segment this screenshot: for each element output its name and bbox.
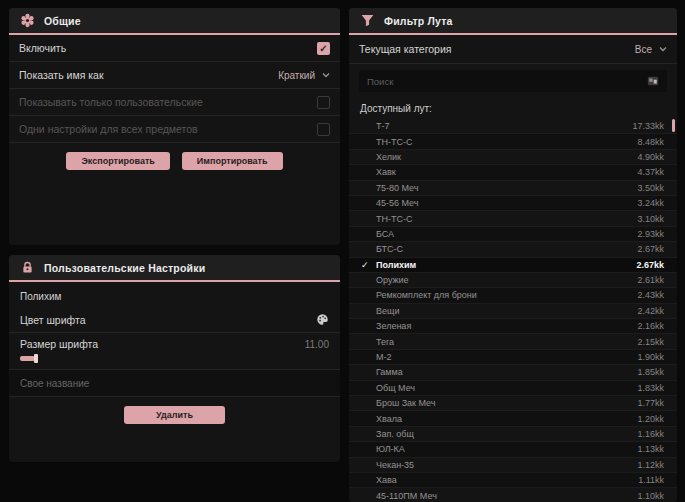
loot-item-name: Хавк: [376, 167, 637, 177]
loot-list-item[interactable]: БТС-С 2.67kk: [349, 242, 677, 257]
loot-list: Т-7 17.33kk ТН-ТС-С 8.48kk Хелик 4.90kk …: [349, 119, 677, 502]
user-settings-panel: Пользовательские Настройки Полихим Цвет …: [9, 255, 340, 462]
search-bar: [359, 70, 667, 92]
scrollbar-thumb[interactable]: [672, 119, 675, 132]
loot-item-name: 45-110ПМ Меч: [376, 491, 637, 501]
loot-item-price: 1.16kk: [637, 429, 664, 439]
loot-list-item[interactable]: Зеленая 2.16kk: [349, 319, 677, 334]
font-color-row: Цвет шрифта: [9, 307, 340, 333]
loot-list-item[interactable]: Общ Меч 1.83kk: [349, 381, 677, 396]
loot-item-price: 1.77kk: [637, 398, 664, 408]
filter-funnel-icon: [360, 13, 375, 28]
slider-handle[interactable]: [34, 354, 38, 363]
font-size-slider[interactable]: [20, 356, 329, 361]
loot-item-name: ТН-ТС-С: [376, 137, 637, 147]
loot-list-item[interactable]: Тега 2.15kk: [349, 334, 677, 349]
same-settings-row: Одни настройки для всех предметов: [9, 116, 340, 143]
loot-list-item[interactable]: ЮЛ-КА 1.13kk: [349, 442, 677, 457]
enable-label: Включить: [19, 42, 66, 54]
search-input[interactable]: [367, 76, 647, 87]
loot-item-name: Полихим: [376, 260, 636, 270]
custom-name-row: [9, 370, 340, 397]
loot-item-price: 1.90kk: [637, 352, 664, 362]
loot-item-name: Брош Зак Меч: [376, 398, 637, 408]
custom-name-input[interactable]: [20, 378, 329, 389]
category-row: Текущая категория Все: [349, 35, 677, 64]
loot-item-price: 4.90kk: [637, 152, 664, 162]
font-size-row: Размер шрифта 11.00: [9, 333, 340, 355]
loot-item-price: 1.11kk: [638, 475, 664, 485]
category-value: Все: [635, 44, 652, 55]
loot-list-item[interactable]: Хава 1.11kk: [349, 473, 677, 488]
category-select[interactable]: Все: [635, 44, 667, 55]
loot-item-name: Ремкомплект для брони: [376, 290, 637, 300]
loot-item-price: 2.67kk: [636, 260, 664, 270]
loot-item-price: 3.10kk: [637, 214, 664, 224]
chevron-down-icon: [322, 71, 330, 79]
loot-item-price: 3.24kk: [637, 198, 664, 208]
loot-list-item[interactable]: ✓ Полихим 2.67kk: [349, 258, 677, 273]
loot-item-name: Чекан-35: [376, 460, 637, 470]
loot-list-item[interactable]: Хвала 1.20kk: [349, 411, 677, 426]
loot-item-price: 1.20kk: [637, 414, 664, 424]
loot-item-name: Т-7: [376, 121, 632, 131]
user-settings-icon: [20, 260, 35, 275]
general-panel: Общие Включить ✓ Показать имя как Кратки…: [9, 8, 340, 245]
delete-button[interactable]: Удалить: [124, 406, 225, 424]
font-size-value: 11.00: [305, 339, 329, 350]
import-button[interactable]: Импортировать: [182, 152, 283, 170]
loot-list-item[interactable]: Гамма 1.85kk: [349, 365, 677, 380]
delete-button-row: Удалить: [9, 397, 340, 433]
loot-item-name: Зап. общ: [376, 429, 637, 439]
loot-list-item[interactable]: БСА 2.93kk: [349, 227, 677, 242]
loot-item-name: Гамма: [376, 367, 637, 377]
palette-icon[interactable]: [316, 313, 329, 326]
chevron-down-icon: [659, 45, 667, 53]
show-name-select[interactable]: Краткий: [278, 70, 330, 81]
loot-item-price: 17.33kk: [632, 121, 664, 131]
loot-item-name: Оружие: [376, 275, 637, 285]
check-icon: ✓: [361, 260, 376, 270]
loot-item-name: 45-56 Меч: [376, 198, 637, 208]
loot-list-item[interactable]: М-2 1.90kk: [349, 350, 677, 365]
loot-item-price: 1.12kk: [637, 460, 664, 470]
loot-list-item[interactable]: Вещи 2.42kk: [349, 304, 677, 319]
loot-list-item[interactable]: 45-56 Меч 3.24kk: [349, 196, 677, 211]
loot-list-item[interactable]: Чекан-35 1.12kk: [349, 458, 677, 473]
loot-list-item[interactable]: Зап. общ 1.16kk: [349, 427, 677, 442]
category-label: Текущая категория: [359, 43, 452, 55]
export-button[interactable]: Экспортировать: [66, 152, 169, 170]
loot-list-item[interactable]: Брош Зак Меч 1.77kk: [349, 396, 677, 411]
loot-list-item[interactable]: Оружие 2.61kk: [349, 273, 677, 288]
loot-item-price: 2.61kk: [637, 275, 664, 285]
only-custom-checkbox[interactable]: [317, 96, 330, 109]
loot-item-name: Хава: [376, 475, 638, 485]
show-name-label: Показать имя как: [19, 69, 104, 81]
loot-list-item[interactable]: Ремкомплект для брони 2.43kk: [349, 288, 677, 303]
loot-list-item[interactable]: Хавк 4.37kk: [349, 165, 677, 180]
loot-list-item[interactable]: ТН-ТС-С 3.10kk: [349, 211, 677, 226]
same-settings-label: Одни настройки для всех предметов: [19, 123, 198, 135]
loot-item-price: 2.93kk: [637, 229, 664, 239]
enable-checkbox[interactable]: ✓: [317, 42, 330, 55]
loot-list-item[interactable]: ТН-ТС-С 8.48kk: [349, 134, 677, 149]
loot-list-item[interactable]: Хелик 4.90kk: [349, 150, 677, 165]
loot-item-price: 2.43kk: [637, 290, 664, 300]
font-size-label: Размер шрифта: [20, 338, 98, 350]
loot-filter-panel: Фильтр Лута Текущая категория Все Досту: [349, 8, 677, 502]
search-settings-icon[interactable]: [647, 75, 659, 87]
same-settings-checkbox[interactable]: [317, 123, 330, 136]
loot-item-price: 1.10kk: [637, 491, 664, 501]
loot-item-name: БСА: [376, 229, 637, 239]
loot-list-item[interactable]: Т-7 17.33kk: [349, 119, 677, 134]
loot-item-name: М-2: [376, 352, 637, 362]
show-name-row: Показать имя как Краткий: [9, 62, 340, 89]
font-size-slider-wrap: [9, 355, 340, 370]
loot-item-price: 3.50kk: [637, 183, 664, 193]
loot-list-item[interactable]: 75-80 Меч 3.50kk: [349, 181, 677, 196]
loot-list-item[interactable]: 45-110ПМ Меч 1.10kk: [349, 488, 677, 502]
font-color-label: Цвет шрифта: [20, 314, 86, 326]
enable-row: Включить ✓: [9, 35, 340, 62]
right-column: Фильтр Лута Текущая категория Все Досту: [349, 8, 677, 502]
loot-item-price: 2.16kk: [637, 321, 664, 331]
